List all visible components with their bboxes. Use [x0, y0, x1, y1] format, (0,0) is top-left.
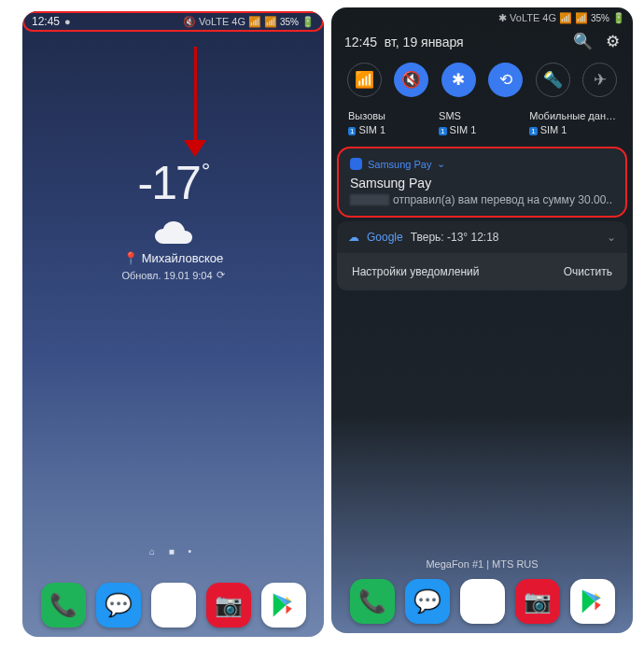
phone-home-screen: 12:45 ● 🔇 VoLTE 4G 📶 📶 35% 🔋 -17° 📍 Миха… — [22, 11, 324, 637]
quick-settings-header: 12:45 вт, 19 января 🔍 ⚙ — [331, 28, 633, 55]
notif-title: Samsung Pay — [350, 176, 614, 190]
status-bar: ✱ VoLTE 4G 📶 📶 35% 🔋 — [331, 7, 633, 28]
notif-weather-text: Тверь: -13° 12:18 — [411, 231, 499, 244]
carrier-label: MegaFon #1 | MTS RUS — [331, 558, 633, 570]
torch-toggle[interactable]: 🔦 — [536, 63, 570, 97]
gear-icon[interactable]: ⚙ — [606, 32, 620, 51]
battery-percent: 35% — [280, 17, 299, 27]
phone-app-icon[interactable]: 📞 — [41, 583, 86, 628]
notification-google[interactable]: ☁ Google Тверь: -13° 12:18 ⌄ — [337, 221, 627, 253]
phone-app-icon[interactable]: 📞 — [350, 579, 395, 624]
phone-notification-shade: ✱ VoLTE 4G 📶 📶 35% 🔋 12:45 вт, 19 января… — [331, 7, 633, 633]
signal-icon: 📶 — [264, 16, 277, 28]
battery-percent: 35% — [591, 13, 609, 23]
app-dock: 📞 💬 Y 📷 — [22, 583, 324, 628]
weather-updated: Обновл. 19.01 9:04 ⟳ — [22, 269, 324, 281]
sim-data[interactable]: Мобильные дан… 1SIM 1 — [529, 110, 616, 135]
rotate-toggle[interactable]: ⟲ — [488, 63, 523, 97]
sim-calls[interactable]: Вызовы 1SIM 1 — [348, 110, 385, 135]
temperature: -17° — [22, 156, 324, 210]
notif-body: отправил(а) вам перевод на сумму 30.00.. — [350, 193, 614, 206]
volte-icon: VoLTE — [510, 12, 539, 23]
notif-app-name: Google — [367, 231, 403, 244]
pin-icon: 📍 — [123, 251, 138, 265]
messages-app-icon[interactable]: 💬 — [405, 579, 450, 624]
airplane-toggle[interactable]: ✈ — [582, 63, 617, 97]
chevron-down-icon[interactable]: ⌄ — [437, 158, 445, 170]
weather-location: 📍 Михайловское — [22, 251, 324, 265]
network-icon: 4G — [231, 16, 245, 27]
signal-icon: 📶 — [575, 12, 588, 24]
refresh-icon: ⟳ — [217, 269, 225, 281]
network-icon: 4G — [542, 12, 556, 23]
volte-icon: VoLTE — [199, 16, 229, 27]
bluetooth-icon: ✱ — [498, 12, 507, 24]
annotation-arrow — [181, 47, 209, 159]
yandex-app-icon[interactable]: Y — [151, 583, 196, 628]
quick-toggles: 📶 🔇 ✱ ⟲ 🔦 ✈ — [331, 55, 633, 105]
datetime: 12:45 вт, 19 января — [344, 35, 464, 49]
status-bar[interactable]: 12:45 ● 🔇 VoLTE 4G 📶 📶 35% 🔋 — [22, 11, 324, 32]
app-dock: 📞 💬 Y 📷 — [331, 579, 633, 624]
samsung-pay-icon — [350, 158, 362, 170]
sound-toggle[interactable]: 🔇 — [394, 63, 428, 97]
battery-icon: 🔋 — [612, 12, 625, 24]
sim-row: Вызовы 1SIM 1 SMS 1SIM 1 Мобильные дан… … — [331, 105, 633, 143]
cloud-icon — [153, 219, 194, 244]
wifi-toggle[interactable]: 📶 — [347, 63, 382, 97]
notification-samsung-pay[interactable]: Samsung Pay ⌄ Samsung Pay отправил(а) ва… — [337, 147, 627, 218]
mute-icon: 🔇 — [183, 16, 196, 28]
clear-button[interactable]: Очистить — [564, 265, 612, 278]
notification-footer: Настройки уведомлений Очистить — [337, 253, 627, 290]
messages-app-icon[interactable]: 💬 — [96, 583, 141, 628]
bluetooth-toggle[interactable]: ✱ — [441, 63, 476, 97]
yandex-app-icon[interactable]: Y — [460, 579, 505, 624]
notif-dot-icon: ● — [64, 16, 71, 27]
notif-app-name: Samsung Pay — [368, 159, 431, 170]
page-indicator: ⌂ ■ • — [22, 546, 324, 557]
signal-icon: 📶 — [559, 12, 572, 24]
notification-settings-button[interactable]: Настройки уведомлений — [352, 265, 479, 278]
play-store-icon[interactable] — [570, 579, 615, 624]
camera-app-icon[interactable]: 📷 — [206, 583, 251, 628]
status-time: 12:45 — [32, 15, 60, 28]
google-weather-icon: ☁ — [348, 231, 359, 244]
weather-widget[interactable]: -17° 📍 Михайловское Обновл. 19.01 9:04 ⟳ — [22, 156, 324, 281]
search-icon[interactable]: 🔍 — [573, 32, 593, 51]
signal-icon: 📶 — [248, 16, 261, 28]
sim-sms[interactable]: SMS 1SIM 1 — [439, 110, 476, 135]
redacted-sender — [350, 194, 389, 205]
camera-app-icon[interactable]: 📷 — [515, 579, 560, 624]
battery-icon: 🔋 — [301, 16, 315, 28]
play-store-icon[interactable] — [261, 583, 306, 628]
chevron-down-icon[interactable]: ⌄ — [607, 231, 616, 244]
